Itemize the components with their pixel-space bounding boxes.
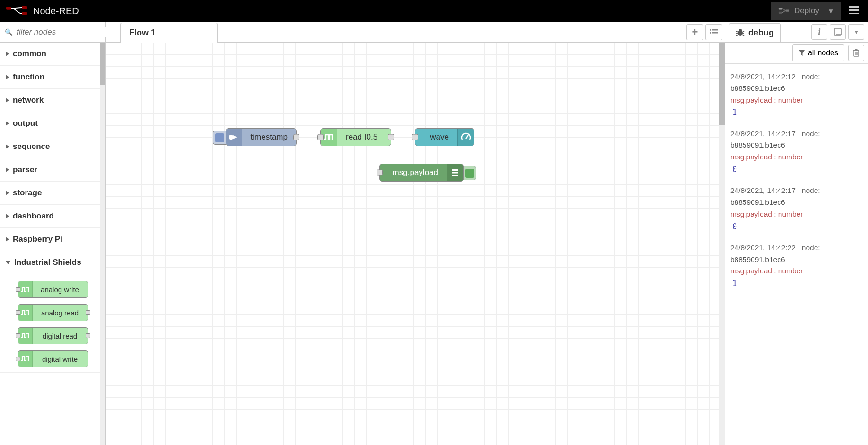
- pulse-icon: [18, 305, 33, 321]
- flow-node-label: timestamp: [242, 132, 296, 142]
- sidebar-more-button[interactable]: ▾: [848, 24, 864, 40]
- filter-icon: [798, 50, 805, 56]
- palette-node-label: digital write: [33, 355, 88, 363]
- svg-line-16: [466, 135, 468, 139]
- sidebar-book-button[interactable]: [830, 24, 846, 40]
- svg-rect-4: [779, 12, 782, 14]
- sidebar-info-button[interactable]: i: [811, 24, 827, 40]
- tab-flow-1[interactable]: Flow 1: [120, 23, 218, 43]
- debug-clear-button[interactable]: [848, 45, 864, 61]
- workspace-tabs: Flow 1 +: [106, 22, 725, 43]
- svg-rect-7: [849, 9, 859, 11]
- debug-toggle-button[interactable]: [463, 166, 476, 180]
- debug-msg-node-prefix: node:: [802, 186, 820, 194]
- gauge-icon: [457, 129, 474, 146]
- node-output-port: [86, 333, 90, 338]
- flow-node-wave[interactable]: wave: [415, 128, 474, 146]
- svg-rect-30: [855, 49, 858, 50]
- add-flow-button[interactable]: +: [686, 24, 703, 40]
- list-flows-button[interactable]: [705, 24, 722, 40]
- logo-area: Node-RED: [5, 6, 771, 17]
- debug-msg-path: msg.payload : number: [730, 96, 803, 104]
- sidebar-tabs: debug i ▾: [725, 22, 868, 43]
- palette-scrollbar[interactable]: [100, 43, 105, 445]
- debug-msg-node-id: b8859091.b1ec6: [730, 255, 785, 263]
- chevron-down-icon: ▾: [855, 28, 858, 35]
- chevron-right-icon: [6, 52, 9, 56]
- category-raspberry-pi[interactable]: Raspberry Pi: [0, 228, 105, 251]
- category-common[interactable]: common: [0, 43, 105, 65]
- node-output-port[interactable]: [293, 134, 299, 140]
- flow-node-debug[interactable]: msg.payload: [379, 164, 464, 182]
- category-function[interactable]: function: [0, 66, 105, 88]
- chevron-down-icon: [6, 261, 10, 264]
- flow-node-inject[interactable]: timestamp: [226, 128, 297, 146]
- palette-node-digital-write[interactable]: digital write: [18, 350, 88, 367]
- chevron-right-icon: [6, 191, 9, 195]
- search-icon: 🔍: [5, 28, 13, 36]
- category-output[interactable]: output: [0, 112, 105, 135]
- node-output-port[interactable]: [388, 134, 394, 140]
- pulse-icon: [18, 328, 33, 344]
- debug-msg-node-id: b8859091.b1ec6: [730, 141, 785, 149]
- palette-node-analog-read[interactable]: analog read: [18, 304, 88, 321]
- flow-node-label: read I0.5: [337, 132, 386, 142]
- svg-rect-19: [452, 175, 458, 176]
- inject-trigger-button[interactable]: [213, 131, 226, 145]
- canvas-grid: [106, 43, 725, 445]
- node-output-port: [86, 310, 90, 315]
- flow-node-label: msg.payload: [380, 168, 447, 177]
- palette-filter-input[interactable]: [17, 27, 118, 37]
- canvas-scrollbar[interactable]: [719, 43, 725, 445]
- svg-point-11: [710, 32, 711, 34]
- svg-point-9: [710, 29, 711, 31]
- debug-message[interactable]: 24/8/2021, 14:42:12 node: b8859091.b1ec6…: [728, 66, 866, 123]
- debug-msg-node-prefix: node:: [802, 244, 820, 252]
- category-dashboard[interactable]: dashboard: [0, 205, 105, 227]
- category-network[interactable]: network: [0, 89, 105, 112]
- category-label: common: [13, 49, 46, 59]
- sidebar-tab-label: debug: [748, 28, 774, 38]
- deploy-button[interactable]: Deploy ▾: [771, 2, 841, 20]
- debug-msg-node-prefix: node:: [802, 130, 820, 138]
- flow-node-read-io[interactable]: read I0.5: [320, 128, 391, 146]
- debug-message[interactable]: 24/8/2021, 14:42:17 node: b8859091.b1ec6…: [728, 123, 866, 180]
- palette-node-analog-write[interactable]: analog write: [18, 281, 88, 298]
- sidebar-tab-debug[interactable]: debug: [729, 23, 781, 42]
- node-input-port[interactable]: [317, 134, 324, 140]
- category-sequence[interactable]: sequence: [0, 135, 105, 158]
- category-label: storage: [13, 188, 42, 198]
- palette-nodes-industrial-shields: analog write analog read digital read: [0, 274, 105, 372]
- flow-canvas[interactable]: timestamp read I0.5 wave: [106, 43, 725, 445]
- debug-msg-value: 1: [732, 107, 737, 117]
- svg-rect-12: [712, 32, 718, 34]
- svg-rect-8: [849, 13, 859, 14]
- svg-rect-14: [712, 35, 718, 36]
- svg-point-21: [739, 29, 742, 32]
- main-menu-button[interactable]: [845, 2, 863, 20]
- debug-message[interactable]: 24/8/2021, 14:42:17 node: b8859091.b1ec6…: [728, 180, 866, 237]
- pulse-icon: [18, 281, 33, 297]
- chevron-right-icon: [6, 167, 9, 172]
- palette-node-digital-read[interactable]: digital read: [18, 327, 88, 344]
- category-industrial-shields[interactable]: Industrial Shields: [0, 251, 105, 274]
- debug-msg-node-id: b8859091.b1ec6: [730, 84, 785, 92]
- node-input-port[interactable]: [412, 134, 418, 140]
- deploy-label: Deploy: [794, 6, 819, 16]
- inject-icon: [226, 129, 242, 146]
- svg-rect-17: [452, 169, 458, 171]
- svg-rect-0: [6, 7, 11, 9]
- chevron-down-icon: ▾: [829, 6, 833, 16]
- svg-line-26: [736, 35, 738, 36]
- chevron-right-icon: [6, 214, 9, 218]
- chevron-right-icon: [6, 144, 9, 149]
- svg-rect-15: [229, 135, 233, 140]
- node-input-port: [16, 310, 20, 315]
- category-parser[interactable]: parser: [0, 158, 105, 181]
- node-input-port[interactable]: [377, 170, 383, 176]
- debug-filter-button[interactable]: all nodes: [792, 44, 844, 61]
- debug-message[interactable]: 24/8/2021, 14:42:22 node: b8859091.b1ec6…: [728, 237, 866, 294]
- svg-rect-6: [849, 6, 859, 8]
- category-storage[interactable]: storage: [0, 182, 105, 204]
- deploy-icon: [778, 7, 789, 15]
